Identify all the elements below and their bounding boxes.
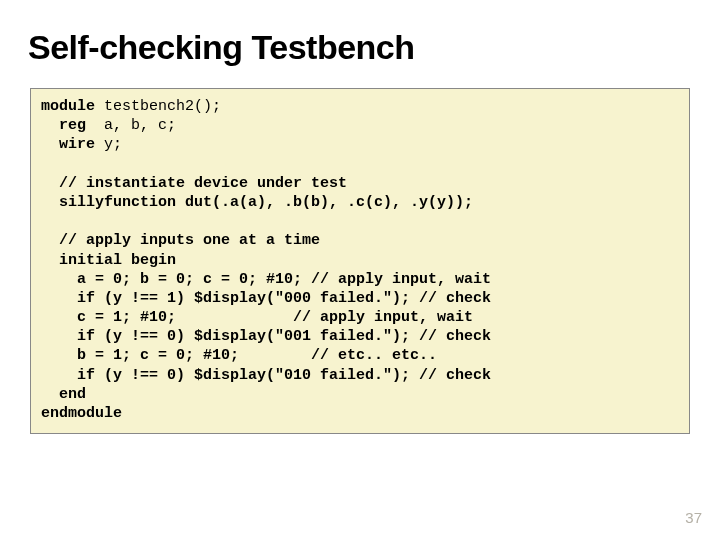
page-title: Self-checking Testbench bbox=[28, 28, 415, 67]
code-block: module testbench2(); reg a, b, c; wire y… bbox=[30, 88, 690, 434]
comment: // apply input, wait bbox=[176, 309, 473, 326]
comment: // check bbox=[410, 290, 491, 307]
kw-if: if bbox=[41, 367, 95, 384]
kw-reg: reg bbox=[41, 117, 95, 134]
comment: // etc.. etc.. bbox=[239, 347, 437, 364]
delay: #10; bbox=[203, 347, 239, 364]
comment: // check bbox=[410, 328, 491, 345]
kw-module: module bbox=[41, 98, 95, 115]
display-call: $display("000 failed."); bbox=[194, 290, 410, 307]
kw-if: if bbox=[41, 328, 95, 345]
display-call: $display("010 failed."); bbox=[194, 367, 410, 384]
code-text: c = 1; bbox=[41, 309, 140, 326]
page-number: 37 bbox=[685, 509, 702, 526]
delay: #10; bbox=[266, 271, 302, 288]
kw-initial-begin: initial begin bbox=[41, 252, 176, 269]
code-text: y; bbox=[95, 136, 122, 153]
code-text: sillyfunction dut(.a(a), .b(b), .c(c), .… bbox=[41, 194, 473, 211]
comment: // check bbox=[410, 367, 491, 384]
comment-line: // apply inputs one at a time bbox=[41, 232, 320, 249]
kw-endmodule: endmodule bbox=[41, 405, 122, 422]
slide: Self-checking Testbench module testbench… bbox=[0, 0, 720, 540]
kw-end: end bbox=[41, 386, 86, 403]
comment: // apply input, wait bbox=[302, 271, 491, 288]
code-text: testbench2(); bbox=[95, 98, 221, 115]
code-text: (y !== 1) bbox=[95, 290, 194, 307]
code-text: (y !== 0) bbox=[95, 367, 194, 384]
code-text: a, b, c; bbox=[95, 117, 176, 134]
comment-line: // instantiate device under test bbox=[41, 175, 347, 192]
kw-if: if bbox=[41, 290, 95, 307]
code-text: (y !== 0) bbox=[95, 328, 194, 345]
display-call: $display("001 failed."); bbox=[194, 328, 410, 345]
code-text: b = 1; c = 0; bbox=[41, 347, 203, 364]
code-text: a = 0; b = 0; c = 0; bbox=[41, 271, 266, 288]
delay: #10; bbox=[140, 309, 176, 326]
kw-wire: wire bbox=[41, 136, 95, 153]
